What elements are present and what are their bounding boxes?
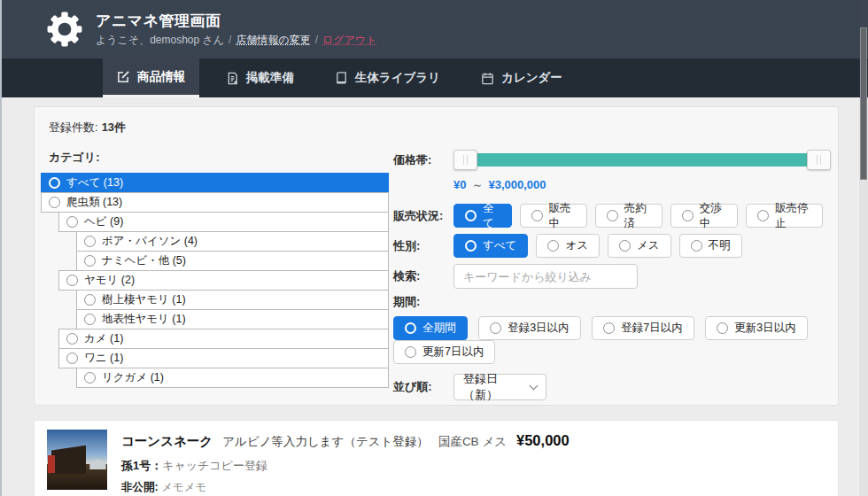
category-item-snake[interactable]: ヘビ (9) <box>58 212 389 232</box>
period-option-registered-7d[interactable]: 登録7日以内 <box>592 316 694 340</box>
tab-label: 商品情報 <box>137 69 185 85</box>
sales-status-label: 販売状況: <box>393 208 453 224</box>
category-tree: すべて (13) 爬虫類 (13) ヘビ (9) ボア・パイソン (4) ナミヘ… <box>41 173 389 388</box>
radio-icon <box>691 240 702 252</box>
radio-icon <box>757 210 769 221</box>
radio-icon <box>603 322 615 334</box>
status-option-negotiating[interactable]: 交渉中 <box>670 204 738 228</box>
slider-fill <box>475 153 810 167</box>
radio-icon <box>66 275 78 286</box>
tab-product-info[interactable]: 商品情報 <box>103 58 199 97</box>
gender-option-male[interactable]: オス <box>536 234 600 258</box>
page-title: アニマネ管理画面 <box>96 12 376 30</box>
item-subtitle: アルビノ等入力します（テスト登録） <box>222 434 429 450</box>
radio-icon <box>49 177 60 189</box>
radio-icon <box>465 210 477 221</box>
radio-icon <box>682 210 694 221</box>
item-price: ¥50,000 <box>516 432 570 449</box>
radio-icon <box>66 333 78 345</box>
gender-option-all[interactable]: すべて <box>453 234 528 258</box>
radio-icon <box>84 372 96 384</box>
radio-icon <box>717 322 728 334</box>
period-option-updated-3d[interactable]: 更新3日以内 <box>705 316 807 340</box>
radio-icon <box>66 216 78 228</box>
header-subtitle: ようこそ、demoshop さん/店舗情報の変更/ログアウト <box>96 34 376 47</box>
book-icon <box>335 72 348 85</box>
status-option-all[interactable]: 全て <box>453 204 512 228</box>
price-range-value: ¥0～¥3,000,000 <box>453 177 831 193</box>
status-option-on-sale[interactable]: 販売中 <box>520 204 587 228</box>
radio-icon <box>465 240 477 252</box>
item-origin-sex: 国産CB メス <box>438 434 507 450</box>
category-item-turtle[interactable]: カメ (1) <box>58 329 389 349</box>
price-range-slider[interactable] <box>453 150 831 171</box>
period-option-all[interactable]: 全期間 <box>393 316 468 340</box>
tab-label: 生体ライブラリ <box>355 70 440 86</box>
registration-count: 登録件数:13件 <box>49 120 824 136</box>
list-item[interactable]: コーンスネーク アルビノ等入力します（テスト登録） 国産CB メス ¥50,00… <box>47 430 825 496</box>
radio-icon <box>84 314 96 325</box>
tab-animal-library[interactable]: 生体ライブラリ <box>321 58 454 97</box>
search-label: 検索: <box>393 268 453 284</box>
radio-icon <box>547 240 559 252</box>
radio-icon <box>84 294 96 306</box>
item-name: コーンスネーク <box>121 433 213 450</box>
category-item-arboreal-gecko[interactable]: 樹上棲ヤモリ (1) <box>76 290 389 310</box>
tab-label: カレンダー <box>501 70 562 86</box>
category-item-colubrid[interactable]: ナミヘビ・他 (5) <box>76 251 389 271</box>
price-range-label: 価格帯: <box>393 152 453 168</box>
category-item-reptiles[interactable]: 爬虫類 (13) <box>41 192 389 213</box>
main-nav: 商品情報 掲載準備 生体ライブラリ カレンダー <box>0 58 868 97</box>
slider-handle-max[interactable] <box>807 150 831 170</box>
status-option-stopped[interactable]: 販売停止 <box>746 204 823 228</box>
tab-listing-prep[interactable]: 掲載準備 <box>212 58 308 97</box>
sort-label: 並び順: <box>393 379 453 395</box>
results-list: コーンスネーク アルビノ等入力します（テスト登録） 国産CB メス ¥50,00… <box>34 420 839 496</box>
radio-icon <box>66 353 78 364</box>
category-item-all[interactable]: すべて (13) <box>41 173 389 193</box>
filter-panel: 登録件数:13件 カテゴリ: すべて (13) 爬虫類 (13) ヘビ (9) … <box>34 106 839 406</box>
period-option-registered-3d[interactable]: 登録3日以内 <box>478 316 580 340</box>
gear-icon <box>46 11 83 48</box>
category-item-boa-python[interactable]: ボア・パイソン (4) <box>76 231 389 252</box>
radio-icon <box>405 346 416 358</box>
period-label: 期間: <box>393 294 831 310</box>
radio-icon <box>619 240 631 252</box>
radio-icon <box>84 236 96 247</box>
category-item-gecko[interactable]: ヤモリ (2) <box>58 270 389 291</box>
sort-selected-value: 登録日（新） <box>463 371 531 403</box>
tab-label: 掲載準備 <box>246 70 294 86</box>
window-edge <box>0 0 2 496</box>
search-input[interactable] <box>453 264 638 289</box>
category-item-terrestrial-gecko[interactable]: 地表性ヤモリ (1) <box>76 309 389 329</box>
item-private-memo: 非公開: メモメモ <box>121 480 570 495</box>
status-option-sold[interactable]: 売約済 <box>595 204 663 228</box>
category-item-tortoise[interactable]: リクガメ (1) <box>76 368 389 388</box>
radio-icon <box>531 210 543 221</box>
document-icon <box>226 72 239 85</box>
radio-icon <box>84 255 96 267</box>
logout-link[interactable]: ログアウト <box>322 34 376 46</box>
calendar-icon <box>481 72 494 85</box>
gender-label: 性別: <box>393 238 453 254</box>
slider-handle-min[interactable] <box>453 150 477 170</box>
gender-option-unknown[interactable]: 不明 <box>679 234 742 258</box>
radio-icon <box>405 322 416 334</box>
gender-option-female[interactable]: メス <box>608 234 671 258</box>
listing-thumbnail[interactable] <box>47 430 107 490</box>
radio-icon <box>490 322 501 334</box>
category-label: カテゴリ: <box>49 150 391 166</box>
app-header: アニマネ管理画面 ようこそ、demoshop さん/店舗情報の変更/ログアウト <box>0 0 868 58</box>
tab-calendar[interactable]: カレンダー <box>467 58 577 97</box>
period-option-updated-7d[interactable]: 更新7日以内 <box>393 340 495 364</box>
count-value: 13件 <box>102 120 126 134</box>
welcome-text: ようこそ、demoshop さん <box>96 34 224 46</box>
edit-icon <box>117 70 130 83</box>
sort-select[interactable]: 登録日（新） <box>453 374 546 400</box>
store-info-link[interactable]: 店舗情報の変更 <box>236 34 310 46</box>
item-catch-copy: 孫1号：キャッチコピー登録 <box>121 458 570 474</box>
radio-icon <box>607 210 618 221</box>
scrollbar-thumb[interactable] <box>860 27 867 180</box>
radio-icon <box>49 197 60 208</box>
category-item-crocodile[interactable]: ワニ (1) <box>58 348 389 368</box>
